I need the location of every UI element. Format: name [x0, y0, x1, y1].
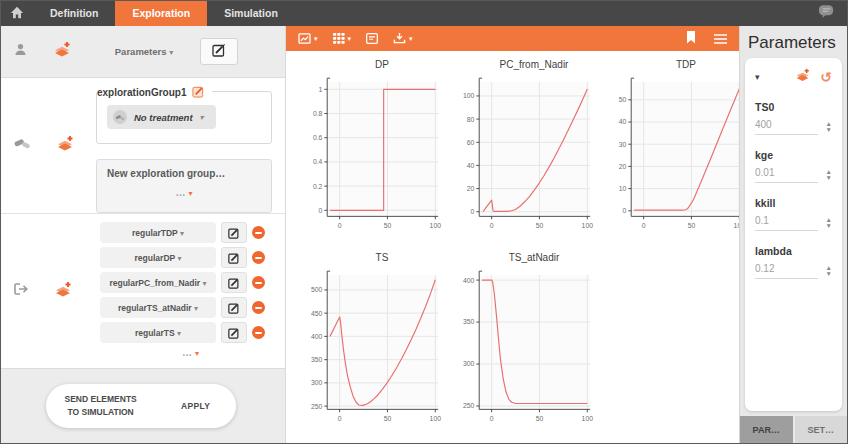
- table-view-button[interactable]: [366, 30, 378, 48]
- tab-settings[interactable]: SET…: [795, 416, 848, 443]
- new-group-more-dropdown[interactable]: … ▾: [107, 187, 261, 198]
- exploration-group-header: explorationGroup1: [97, 85, 212, 100]
- parameter-value-input[interactable]: 400: [755, 119, 818, 135]
- bookmark-icon[interactable]: [686, 30, 696, 48]
- tab-exploration[interactable]: Exploration: [115, 1, 207, 26]
- charts-toolbar: ▾ ▾ ▾: [286, 26, 739, 51]
- home-button[interactable]: [1, 5, 33, 23]
- output-dropdown-regularPC_from_Nadir[interactable]: regularPC_from_Nadir ▾: [100, 272, 216, 293]
- svg-text:10: 10: [619, 185, 627, 192]
- download-dropdown[interactable]: ▾: [393, 30, 413, 48]
- edit-output-button[interactable]: [221, 222, 247, 243]
- parameter-label: lambda: [755, 245, 832, 257]
- chart-TS_atNadir: TS_atNadir 250300350400050100: [450, 252, 596, 435]
- caret-down-icon: ▾: [203, 279, 207, 288]
- collapse-caret-icon[interactable]: ▾: [755, 72, 760, 82]
- svg-text:80: 80: [467, 116, 475, 123]
- edit-group-icon[interactable]: [192, 85, 205, 100]
- send-elements-to-simulation-button[interactable]: SEND ELEMENTSTO SIMULATION: [46, 384, 155, 428]
- svg-text:1: 1: [319, 86, 323, 93]
- stepper-down-icon[interactable]: ▼: [826, 223, 832, 229]
- parameters-dropdown[interactable]: Parameters ▾: [96, 46, 192, 57]
- output-dropdown-regularDP[interactable]: regularDP ▾: [100, 247, 216, 268]
- add-parameters-layer-icon[interactable]: [794, 67, 811, 87]
- add-group-layer-icon[interactable]: [55, 134, 75, 157]
- output-dropdown-regularTS[interactable]: regularTS ▾: [100, 322, 216, 343]
- parameter-field-kge: kge 0.01 ▲▼: [755, 149, 832, 183]
- svg-text:20: 20: [619, 163, 627, 170]
- svg-text:100: 100: [582, 415, 594, 422]
- svg-text:20: 20: [467, 185, 475, 192]
- parameter-field-TS0: TS0 400 ▲▼: [755, 101, 832, 135]
- charts-panel: ▾ ▾ ▾ DP: [286, 26, 739, 443]
- output-dropdown-regularTDP[interactable]: regularTDP ▾: [100, 222, 216, 243]
- remove-output-icon[interactable]: [252, 326, 265, 339]
- tab-parameters[interactable]: PAR…: [740, 416, 793, 443]
- svg-text:0: 0: [623, 207, 627, 214]
- new-exploration-group-card[interactable]: New exploration group… … ▾: [96, 159, 272, 213]
- stepper-control[interactable]: ▲▼: [826, 217, 832, 229]
- parameter-value-input[interactable]: 0.01: [755, 167, 818, 183]
- edit-output-button[interactable]: [221, 297, 247, 318]
- parameters-panel: Parameters ▾ ↺ TS0 400 ▲▼: [739, 26, 847, 443]
- comment-button[interactable]: [818, 4, 835, 23]
- edit-output-button[interactable]: [221, 247, 247, 268]
- parameter-value-input[interactable]: 0.12: [755, 263, 818, 279]
- edit-output-button[interactable]: [221, 322, 247, 343]
- add-output-layer-icon[interactable]: [53, 280, 73, 303]
- caret-down-icon: ▾: [169, 48, 173, 57]
- menu-icon[interactable]: [714, 30, 727, 48]
- svg-text:0: 0: [338, 415, 342, 422]
- exploration-group-name: explorationGroup1: [97, 87, 186, 98]
- chart-title: DP: [320, 59, 444, 72]
- parameter-label: TS0: [755, 101, 832, 113]
- edit-parameters-button[interactable]: [200, 38, 238, 65]
- table-icon: [366, 30, 378, 48]
- stepper-down-icon[interactable]: ▼: [826, 175, 832, 181]
- chart-title: PC_from_Nadir: [472, 59, 596, 72]
- chart-TS: TS 250300350400450500050100: [298, 252, 444, 435]
- output-dropdown-regularTS_atNadir[interactable]: regularTS_atNadir ▾: [100, 297, 216, 318]
- svg-text:50: 50: [619, 96, 627, 103]
- edit-output-button[interactable]: [221, 272, 247, 293]
- chart-plot: 01020304050050100: [602, 72, 748, 242]
- add-exploration-layer-icon[interactable]: [52, 40, 72, 63]
- stepper-control[interactable]: ▲▼: [826, 169, 832, 181]
- svg-text:40: 40: [467, 162, 475, 169]
- chart-DP: DP 00.20.40.60.81050100: [298, 59, 444, 242]
- stepper-down-icon[interactable]: ▼: [826, 127, 832, 133]
- caret-down-icon: ▾: [188, 189, 192, 198]
- outputs-section: regularTDP ▾ regularDP ▾ regularPC_from_…: [1, 214, 285, 369]
- stepper-down-icon[interactable]: ▼: [826, 271, 832, 277]
- treatment-dropdown[interactable]: No treatment ▾: [107, 105, 216, 129]
- chart-plot: 020406080100050100: [450, 72, 596, 242]
- caret-down-icon: ▾: [409, 35, 413, 43]
- remove-output-icon[interactable]: [252, 226, 265, 239]
- svg-text:100: 100: [582, 222, 594, 229]
- chart-type-dropdown[interactable]: ▾: [298, 30, 318, 48]
- parameters-section-strip: [1, 26, 96, 77]
- svg-text:450: 450: [311, 310, 323, 317]
- footer-button-group: SEND ELEMENTSTO SIMULATION APPLY: [46, 384, 236, 428]
- outputs-more-dropdown[interactable]: … ▾: [96, 347, 285, 358]
- parameter-value-input[interactable]: 0.1: [755, 215, 818, 231]
- edit-icon: [212, 43, 226, 61]
- apply-button[interactable]: APPLY: [155, 384, 236, 428]
- remove-output-icon[interactable]: [252, 301, 265, 314]
- caret-down-icon: ▾: [194, 304, 198, 313]
- exploration-groups-section: explorationGroup1 No treatment ▾: [1, 78, 285, 214]
- remove-output-icon[interactable]: [252, 251, 265, 264]
- tab-simulation[interactable]: Simulation: [207, 1, 295, 26]
- reset-parameters-icon[interactable]: ↺: [820, 71, 832, 83]
- svg-text:300: 300: [311, 379, 323, 386]
- tab-definition[interactable]: Definition: [33, 1, 115, 26]
- layout-grid-dropdown[interactable]: ▾: [333, 30, 352, 48]
- exploration-sidebar: Parameters ▾: [1, 26, 286, 443]
- svg-text:0: 0: [490, 222, 494, 229]
- remove-output-icon[interactable]: [252, 276, 265, 289]
- download-icon: [393, 30, 406, 48]
- svg-text:50: 50: [688, 222, 696, 229]
- svg-text:30: 30: [619, 141, 627, 148]
- stepper-control[interactable]: ▲▼: [826, 121, 832, 133]
- stepper-control[interactable]: ▲▼: [826, 265, 832, 277]
